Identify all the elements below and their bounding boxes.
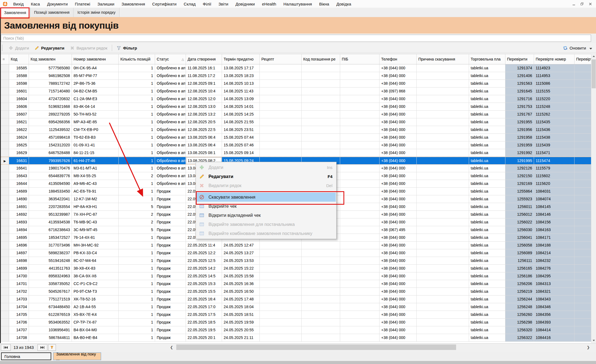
table-row[interactable]: 16606519692166883-4K-04-141Оброблено в а… bbox=[1, 103, 591, 111]
minimize-button[interactable] bbox=[570, 1, 578, 7]
menu-item[interactable]: Вихід bbox=[10, 2, 27, 6]
column-header-redeem[interactable]: Код погашення ре bbox=[302, 54, 340, 64]
column-header-platform[interactable]: Торговельна пла bbox=[469, 54, 505, 64]
row-selector[interactable] bbox=[1, 295, 9, 303]
vertical-scrollbar[interactable] bbox=[591, 54, 596, 343]
row-selector[interactable] bbox=[1, 211, 9, 218]
menu-item[interactable]: Платежі bbox=[71, 2, 94, 6]
menu-item[interactable]: Замовлення bbox=[118, 2, 148, 6]
row-selector[interactable] bbox=[1, 141, 9, 149]
row-selector[interactable] bbox=[1, 249, 9, 257]
row-selector[interactable] bbox=[1, 226, 9, 234]
row-selector[interactable]: ▶ bbox=[1, 157, 9, 164]
delete-row-button[interactable]: Видалити рядок bbox=[67, 44, 110, 52]
row-selector[interactable] bbox=[1, 188, 9, 195]
column-header-phone[interactable]: Телефон bbox=[380, 54, 417, 64]
menu-item[interactable]: Документи bbox=[44, 2, 71, 6]
menu-item[interactable]: Довідники bbox=[232, 2, 258, 6]
table-row[interactable]: 146963177073496MH-3H-MC-921Продаж22.05.2… bbox=[1, 242, 591, 249]
navigator-filter-button[interactable] bbox=[48, 344, 56, 351]
column-header-sel[interactable]: ≡ bbox=[1, 54, 9, 64]
column-header-verify_number[interactable]: Перевірте номер bbox=[534, 54, 575, 64]
column-header-created[interactable]: Дата створення bbox=[186, 54, 222, 64]
column-header-code[interactable]: Код bbox=[9, 54, 29, 64]
row-selector[interactable] bbox=[1, 80, 9, 87]
row-selector[interactable] bbox=[1, 118, 9, 126]
menu-item[interactable]: Залишки bbox=[94, 2, 118, 6]
row-selector[interactable] bbox=[1, 265, 9, 272]
context-menu-item[interactable]: РедагуватиF4 bbox=[196, 172, 336, 181]
row-selector[interactable] bbox=[1, 195, 9, 203]
row-selector[interactable] bbox=[1, 280, 9, 288]
row-selector[interactable] bbox=[1, 149, 9, 157]
table-row[interactable]: 1659878891727422P-B6-75-361Оброблено в а… bbox=[1, 80, 591, 87]
menu-item[interactable]: Довідка bbox=[333, 2, 355, 6]
context-menu-item[interactable]: Відкрити відкладений чек bbox=[196, 211, 336, 220]
row-selector[interactable] bbox=[1, 234, 9, 241]
taskbar-button[interactable]: Головна bbox=[1, 352, 51, 360]
row-selector[interactable] bbox=[1, 111, 9, 118]
toolbar-customize-button[interactable] bbox=[589, 48, 592, 50]
filter-button[interactable]: Фільтр bbox=[114, 44, 140, 52]
context-menu-item[interactable]: Відкрийте чек bbox=[196, 202, 336, 211]
table-row[interactable]: 166221125439532CM-TX-EB-P01Оброблено в а… bbox=[1, 126, 591, 134]
menu-item[interactable]: Склад bbox=[180, 2, 199, 6]
row-selector[interactable] bbox=[1, 126, 9, 133]
row-selector[interactable] bbox=[1, 87, 9, 95]
add-button[interactable]: Додати bbox=[6, 44, 32, 52]
table-row[interactable]: 166244571698418T0-62-E8-B31Оброблено в а… bbox=[1, 134, 591, 141]
column-header-full_name[interactable]: ПІБ bbox=[340, 54, 380, 64]
horizontal-scrollbar-thumb[interactable] bbox=[176, 344, 456, 350]
column-header-order_number[interactable]: Номер замовленн bbox=[72, 54, 119, 64]
menu-item[interactable]: Філії bbox=[199, 2, 215, 6]
table-row[interactable]: 1658557775650800H-CK-95-A41Оброблено в а… bbox=[1, 64, 591, 72]
table-row[interactable]: 16629646752848884-11-21-151Оброблено в а… bbox=[1, 149, 591, 157]
column-header-qty[interactable]: Кількість позицій bbox=[119, 54, 155, 64]
refresh-button[interactable]: Оновити bbox=[560, 44, 589, 52]
table-row[interactable]: 147013358735052CC-P1-C9-C21Продаж22.05.2… bbox=[1, 280, 591, 288]
table-row[interactable]: 147069534063552CP-TP-7X-871Продаж22.05.2… bbox=[1, 319, 591, 326]
scroll-left-icon[interactable]: ❮ bbox=[169, 344, 174, 350]
column-header-verify[interactable]: Перевірити bbox=[505, 54, 534, 64]
row-selector[interactable] bbox=[1, 326, 9, 334]
table-row[interactable]: 16588946198250885-M7-PM-771Оброблено в а… bbox=[1, 72, 591, 80]
tab[interactable]: Замовлення bbox=[0, 8, 30, 17]
table-row[interactable]: 146975898238237PB-KX-33-C41Продаж22.05.2… bbox=[1, 249, 591, 257]
column-header-status[interactable]: Статус△ bbox=[155, 54, 186, 64]
table-row[interactable]: 147056122876519X5-BX-7E-K41Продаж22.05.2… bbox=[1, 311, 591, 319]
menu-item[interactable]: Сертифікати bbox=[149, 2, 180, 6]
menu-item[interactable]: Налаштування bbox=[280, 2, 316, 6]
row-selector[interactable] bbox=[1, 180, 9, 187]
tab[interactable]: Історія зміни порядку bbox=[74, 8, 120, 17]
column-header-order_code[interactable]: Код замовлен bbox=[29, 54, 72, 64]
column-header-recipe[interactable]: Рецепт bbox=[260, 54, 302, 64]
restore-button[interactable] bbox=[578, 1, 586, 7]
row-selector[interactable] bbox=[1, 165, 9, 172]
scroll-down-icon[interactable] bbox=[591, 338, 596, 343]
search-input[interactable] bbox=[1, 35, 591, 42]
row-selector[interactable] bbox=[1, 218, 9, 226]
table-row[interactable]: 147025045267617P0-9T-CM-T31Продаж22.05.2… bbox=[1, 288, 591, 295]
first-record-button[interactable] bbox=[1, 344, 11, 351]
column-header-verify2[interactable]: Перевірт bbox=[575, 54, 591, 64]
edit-button[interactable]: Редагувати bbox=[32, 44, 67, 52]
table-row[interactable]: 16601715714048004-B2-CM-B51Оброблено в а… bbox=[1, 87, 591, 95]
row-selector[interactable] bbox=[1, 95, 9, 103]
vertical-scrollbar-thumb[interactable] bbox=[592, 59, 596, 88]
row-selector[interactable] bbox=[1, 64, 9, 72]
row-selector[interactable] bbox=[1, 103, 9, 110]
table-row[interactable]: 147046734488450A2-1B-A4-551Продаж22.05.2… bbox=[1, 303, 591, 311]
row-selector[interactable] bbox=[1, 72, 9, 80]
row-selector[interactable] bbox=[1, 311, 9, 318]
scroll-up-icon[interactable] bbox=[591, 54, 596, 59]
taskbar-button[interactable]: Замовлення від поку ... bbox=[53, 352, 101, 360]
row-selector[interactable] bbox=[1, 272, 9, 280]
row-selector[interactable] bbox=[1, 303, 9, 311]
menu-item[interactable]: Вікна bbox=[316, 2, 333, 6]
table-row[interactable]: 147085867844611BA-B0-HE-B41Продаж22.05.2… bbox=[1, 334, 591, 342]
row-selector[interactable] bbox=[1, 172, 9, 180]
context-menu-item[interactable]: Скасувати замовлення bbox=[196, 193, 336, 202]
table-row[interactable]: 147071036956491B4-BX-04-M01Продаж22.05.2… bbox=[1, 326, 591, 334]
row-selector[interactable] bbox=[1, 319, 9, 326]
menu-item[interactable]: Звіти bbox=[215, 2, 232, 6]
